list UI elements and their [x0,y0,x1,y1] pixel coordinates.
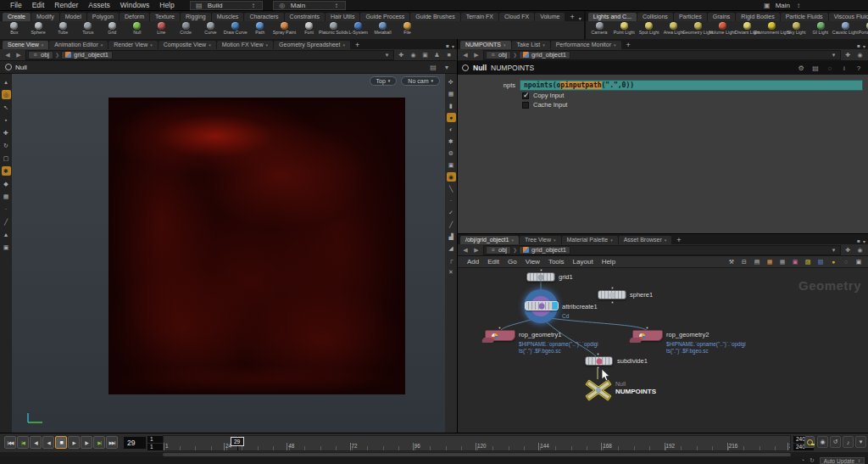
snap-options-icon[interactable]: ✜ [447,77,456,87]
expand-icon[interactable]: ▴ [2,77,11,87]
go-end-button[interactable]: ▶▶| [106,436,118,449]
edges-icon[interactable]: ╱ [2,217,11,226]
pane-tab[interactable]: Tree View▾ [520,236,561,244]
tab-chevron-icon[interactable]: ▾ [504,41,506,49]
cube-icon[interactable]: ▣ [420,52,430,59]
help-icon[interactable]: ? [854,63,864,73]
shelf-tool[interactable]: Portal Light [858,22,868,35]
globe-icon[interactable]: ◉ [855,247,865,254]
pane-tab[interactable]: Asset Browser▾ [619,236,672,244]
shelf-tab[interactable]: Create [3,13,31,21]
shelf-tab[interactable]: Hair Utils [326,13,359,21]
shelf-tool[interactable]: Box [2,22,26,35]
tab-chevron-icon[interactable]: ▾ [342,41,345,49]
shelf-tab[interactable]: Grains [708,13,736,21]
material-icon[interactable]: ⚙ [447,148,456,158]
shelf-tab[interactable]: Texture [150,13,180,21]
rotate-tool-icon[interactable]: ↻ [2,141,11,150]
back-icon[interactable]: ◀ [461,247,470,254]
shelf-tool[interactable]: Grid [100,22,125,35]
memory-icon[interactable]: ◔ [801,457,804,464]
opbar-grid-icon[interactable]: ▤ [428,62,438,72]
add-pane-tab-button[interactable]: + [672,236,685,244]
add-pane-tab-button[interactable]: + [351,41,364,49]
shelf-tab[interactable]: Terrain FX [461,13,498,21]
node-output-flag[interactable] [553,302,558,310]
shelf-tool[interactable]: Metaball [370,22,395,35]
path-current-chip[interactable]: grid_object1 [519,51,570,59]
move-tool-icon[interactable]: ✚ [2,128,11,137]
hook-icon[interactable]: ✓ [447,208,456,217]
menu-item[interactable]: Assets [83,1,115,9]
tab-chevron-icon[interactable]: ▾ [511,236,514,244]
forward-icon[interactable]: ▶ [472,52,481,59]
pane-menu-icon[interactable]: ▾ [452,43,454,49]
shelf-tab[interactable]: Particle Fluids [781,13,828,21]
shelf-tab[interactable]: Muscles [212,13,244,21]
pane-tab[interactable]: Motion FX View▾ [217,41,273,49]
network-menu-item[interactable]: Add [463,258,483,266]
path-field[interactable]: ≡obj ❯ grid_object1 ▾ [483,245,841,255]
shelf-tab[interactable]: Particles [674,13,707,21]
prims-icon[interactable]: ▲ [2,230,11,239]
info-icon[interactable]: i [839,63,849,73]
shelf-tab[interactable]: Modify [31,13,59,21]
checkbox[interactable] [522,92,529,99]
shelf-tab[interactable]: Constraints [285,13,325,21]
wand-icon[interactable]: ╲ [447,184,456,193]
play-reverse-button[interactable]: ◀ [42,436,54,449]
network-menu-item[interactable]: Layout [569,258,598,266]
shelf-tool[interactable]: Point Light [612,22,637,35]
add-shelf-tab-button[interactable]: + [565,13,578,21]
pane-maximize-icon[interactable]: ■ [857,238,860,244]
menu-item[interactable]: Render [49,1,83,9]
display-options-icon[interactable]: ▣ [447,160,456,170]
layout-colored-icon[interactable]: ▦ [765,258,774,266]
realtime-icon[interactable]: ◉ [817,436,828,448]
node-subdivide1[interactable] [585,356,613,366]
pin-icon[interactable]: ✚ [843,52,853,59]
path-root-chip[interactable]: ≡obj [486,246,511,254]
shelf-tool[interactable]: Environment Light [760,22,784,35]
stop-button[interactable]: ■ [55,436,67,449]
prev-frame-button[interactable]: ◀| [30,436,42,449]
tab-chevron-icon[interactable]: ▾ [610,236,613,244]
brush-icon[interactable]: ◢ [447,243,456,253]
shelf-tab[interactable]: Viscous Fluids [829,13,868,21]
lock-camera-icon[interactable]: ▮ [447,101,456,110]
points-icon[interactable]: · [2,204,11,214]
shelf-tool[interactable]: Camera [587,22,612,35]
auto-update-select[interactable]: Auto Update ↕ [820,457,865,464]
next-key-button[interactable]: ▶| [93,436,105,449]
pane-tab[interactable]: Take List▾ [512,41,550,49]
tree-view-icon[interactable]: ⊟ [740,258,748,266]
pen-icon[interactable]: ╱ [447,220,456,229]
view-select[interactable]: Top▾ [370,76,398,86]
detail-icon[interactable]: ▣ [2,243,11,252]
select-mode-icon[interactable]: ▪ [2,115,11,125]
shelf-tab[interactable]: Deform [120,13,149,21]
path-root-chip[interactable]: ≡obj [486,51,511,59]
pane-tab[interactable]: Composite View▾ [159,41,216,49]
forward-icon[interactable]: ▶ [472,247,481,254]
path-current-chip[interactable]: grid_object1 [61,51,113,59]
notes-icon[interactable]: ▨ [804,258,812,266]
group-icon[interactable]: ▟ [447,232,456,241]
current-frame-field[interactable]: 29 [124,437,146,449]
shelf-tab[interactable]: Guide Process [360,13,409,21]
construction-plane-icon[interactable]: ▦ [2,192,11,201]
tab-chevron-icon[interactable]: ▾ [209,41,211,49]
flags-icon[interactable]: ▧ [816,258,825,266]
shelf-tab[interactable]: Cloud FX [499,13,534,21]
back-icon[interactable]: ◀ [3,52,12,59]
search-icon[interactable]: ◌ [825,63,835,73]
tab-chevron-icon[interactable]: ▾ [266,41,269,49]
audio-icon[interactable]: ♪ [843,436,854,448]
opbar-menu-icon[interactable]: ▾ [442,62,452,72]
character-icon[interactable]: ♟ [432,52,442,59]
globe-icon[interactable]: ◉ [409,52,418,59]
shelf-tool[interactable]: Curve [198,22,223,35]
shelf-tool[interactable]: Null [125,22,149,35]
loop-icon[interactable]: ↺ [830,436,841,448]
path-dropdown-icon[interactable]: ▾ [829,52,838,59]
